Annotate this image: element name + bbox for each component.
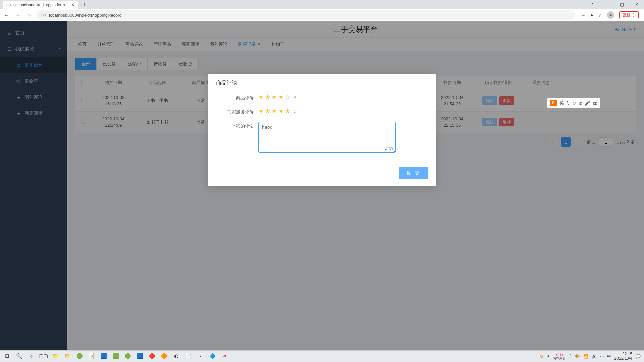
ime-punct[interactable]: ’, xyxy=(567,100,569,106)
taskbar-app[interactable]: 🟦 xyxy=(98,351,109,361)
taskbar-app[interactable]: 🔷 xyxy=(207,351,218,361)
search-icon[interactable]: 🔍 xyxy=(13,351,25,361)
url-text: localhost:8080/index/shoppingRecord xyxy=(49,13,122,18)
key-icon[interactable]: ⊸ xyxy=(582,13,585,18)
comment-row: *我的评论 4/80 xyxy=(218,122,426,154)
new-tab-button[interactable]: + xyxy=(80,1,88,9)
task-view-icon[interactable]: ▢▢ xyxy=(38,351,49,361)
tray-notifications-icon[interactable]: 💬 xyxy=(636,354,641,359)
submit-button[interactable]: 提 交 xyxy=(399,167,428,179)
ime-link-icon[interactable]: ⌀ xyxy=(579,100,582,106)
globe-icon xyxy=(6,3,11,7)
browser-tab[interactable]: secondhand-trading-platform ✕ xyxy=(3,1,78,9)
star-icon: ★ xyxy=(278,108,283,115)
ime-grid-icon[interactable]: ▦ xyxy=(593,100,597,106)
browser-address-bar: ← → ⟳ i localhost:8080/index/shoppingRec… xyxy=(0,9,644,21)
cortana-icon[interactable]: ○ xyxy=(25,351,37,361)
modal-overlay[interactable] xyxy=(0,21,644,354)
back-button[interactable]: ← xyxy=(3,11,10,19)
service-rating-value: 5 xyxy=(294,109,297,114)
taskbar-terminal[interactable]: ▪ xyxy=(195,351,206,361)
memory-indicator[interactable]: 94% 内存占用 xyxy=(553,352,566,360)
start-button[interactable]: ⊞ xyxy=(1,351,13,361)
star-icon: ★ xyxy=(272,108,277,115)
reload-button[interactable]: ⟳ xyxy=(25,11,33,19)
taskbar-app[interactable]: 🟢 xyxy=(74,351,85,361)
comment-textarea[interactable] xyxy=(258,122,396,153)
ime-emoji-icon[interactable]: ☺ xyxy=(572,100,577,106)
site-info-icon[interactable]: i xyxy=(41,13,46,17)
tray-ime-icon[interactable]: S xyxy=(540,354,543,359)
star-icon: ★ xyxy=(258,94,263,101)
star-icon: ★ xyxy=(265,108,270,115)
windows-taskbar: ⊞ 🔍 ○ ▢▢ 📁 📂 🟢 📝 🟦 🟩 🟢 🟦 🔴 🟠 ◐ 📄 ▪ 🔷 W S… xyxy=(0,350,644,362)
tray-icon[interactable]: 🎨 xyxy=(575,354,580,359)
tray-chevron-icon[interactable]: ˄ xyxy=(570,354,572,359)
tray-lang-icon[interactable]: 中 xyxy=(607,354,611,359)
char-counter: 4/80 xyxy=(385,147,393,152)
update-button[interactable]: 更新⋮ xyxy=(619,11,639,19)
tab-title: secondhand-trading-platform xyxy=(13,3,65,7)
tray-volume-icon[interactable]: 🔊 xyxy=(592,354,597,359)
bookmark-icon[interactable]: ☆ xyxy=(598,13,602,18)
star-icon: ★ xyxy=(278,94,283,101)
browser-tab-strip: secondhand-trading-platform ✕ + ˅ — ▢ ✕ xyxy=(0,0,644,9)
tray-wifi-icon[interactable]: 📶 xyxy=(583,354,588,359)
window-close-icon[interactable]: ✕ xyxy=(629,0,644,9)
forward-button[interactable]: → xyxy=(14,11,21,19)
tray-icon[interactable]: ⚲ xyxy=(546,354,549,359)
star-icon: ★ xyxy=(265,94,270,101)
taskbar-app[interactable]: 📄 xyxy=(182,351,194,361)
ime-toolbar[interactable]: S 英 ’, ☺ ⌀ 🎤 ▦ xyxy=(547,98,600,108)
product-rating-value: 4 xyxy=(294,95,297,100)
taskbar-wps[interactable]: W xyxy=(219,351,230,361)
app-root: ⌂ 首页 ☐ 我的购物 ˅ ▤ 购买记录 🛒 购物车 ☰ 我的评论 ☰ 商家回评… xyxy=(0,21,644,354)
tray-battery-icon[interactable]: ▭ xyxy=(600,354,604,359)
taskbar-app[interactable]: 🟩 xyxy=(110,351,121,361)
product-rating-row: 商品评价 ★★★★ ☆ 4 xyxy=(218,94,426,101)
service-rating-row: 商家服务评价 ★★★★★ 5 xyxy=(218,108,426,115)
star-icon: ★ xyxy=(258,108,263,115)
taskbar-app[interactable]: 📁 xyxy=(50,351,61,361)
sogou-logo-icon: S xyxy=(550,100,557,106)
window-minimize-icon[interactable]: — xyxy=(600,0,614,9)
taskbar-chrome[interactable]: 🔴 xyxy=(146,351,158,361)
ime-mic-icon[interactable]: 🎤 xyxy=(585,100,590,106)
star-icon: ★ xyxy=(285,108,290,115)
profile-avatar[interactable]: ● xyxy=(607,11,614,19)
url-input[interactable]: i localhost:8080/index/shoppingRecord xyxy=(37,10,575,20)
taskbar-app[interactable]: 🟠 xyxy=(158,351,170,361)
tab-close-icon[interactable]: ✕ xyxy=(71,2,75,7)
send-icon[interactable]: ➤ xyxy=(590,13,594,18)
window-maximize-icon[interactable]: ▢ xyxy=(614,0,629,9)
taskbar-app[interactable]: ◐ xyxy=(170,351,182,361)
ime-language[interactable]: 英 xyxy=(559,100,564,106)
star-off-icon: ☆ xyxy=(285,94,290,101)
review-dialog: 商品评论 商品评价 ★★★★ ☆ 4 商家服务评价 ★★★★★ 5 *我的评论 … xyxy=(208,74,436,186)
product-rating-stars[interactable]: ★★★★ ☆ 4 xyxy=(258,94,297,101)
window-dropdown-icon[interactable]: ˅ xyxy=(585,0,600,9)
star-icon: ★ xyxy=(272,94,277,101)
taskbar-app[interactable]: 📂 xyxy=(62,351,73,361)
taskbar-app[interactable]: 📝 xyxy=(86,351,97,361)
dialog-title: 商品评论 xyxy=(208,74,436,87)
taskbar-app[interactable]: 🟢 xyxy=(122,351,133,361)
tray-clock[interactable]: 22:15 2022/10/4 xyxy=(614,352,632,361)
system-tray: S ⚲ 94% 内存占用 ˄ 🎨 📶 🔊 ▭ 中 22:15 2022/10/4… xyxy=(540,352,643,361)
taskbar-app[interactable]: 🟦 xyxy=(134,351,146,361)
service-rating-stars[interactable]: ★★★★★ 5 xyxy=(258,108,297,115)
